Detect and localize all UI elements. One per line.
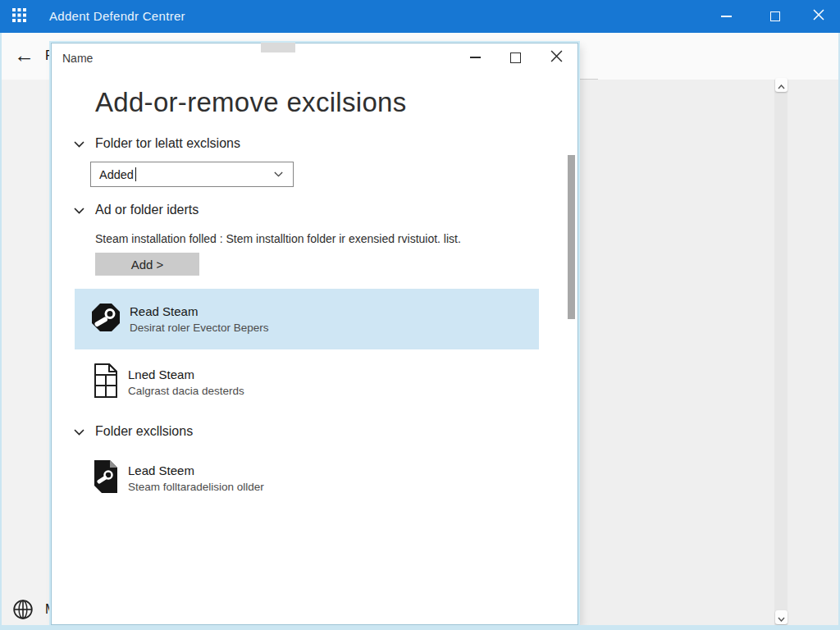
window-frame-left <box>0 33 2 630</box>
chevron-down-icon <box>778 610 785 625</box>
page-title: Add-or-remove excilsions <box>95 87 407 118</box>
background-sidebar <box>0 80 51 630</box>
steam-logo-icon <box>89 301 122 337</box>
section-header-file-types[interactable]: Folder tor lelatt exclsions <box>74 136 240 151</box>
maximize-icon <box>770 11 780 21</box>
text-cursor <box>135 167 136 181</box>
dialog-maximize-button[interactable] <box>499 45 532 70</box>
chevron-up-icon <box>778 78 785 93</box>
window-frame-bottom <box>0 625 840 630</box>
steam-file-icon <box>89 459 121 497</box>
dialog-close-button[interactable] <box>540 45 573 70</box>
list-item-lned-steam[interactable]: Lned Steam Calgrast dacia desterds <box>75 356 539 409</box>
chevron-down-icon <box>74 203 84 217</box>
section-label: Folder excllsions <box>95 424 193 439</box>
item-title: Read Steam <box>130 304 269 318</box>
exclusion-type-combobox[interactable]: Added <box>90 162 294 187</box>
app-minimize-button[interactable] <box>707 0 745 33</box>
app-title: Addent Defendr Centrer <box>49 0 185 33</box>
close-icon <box>550 50 563 66</box>
app-titlebar: Addent Defendr Centrer <box>0 0 840 33</box>
list-item-lead-steem[interactable]: Lead Steem Steam folltaradelision ollder <box>75 452 539 504</box>
chevron-down-icon <box>74 136 84 151</box>
item-subtitle: Desirat roler Evector Bepers <box>130 322 269 334</box>
item-title: Lned Steam <box>128 368 244 381</box>
list-item-read-steam[interactable]: Read Steam Desirat roler Evector Bepers <box>75 289 539 349</box>
section-label: Folder tor lelatt exclsions <box>95 136 240 151</box>
dialog-minimize-button[interactable] <box>459 45 491 70</box>
minimize-icon <box>721 16 732 17</box>
scroll-up-button[interactable] <box>775 78 788 92</box>
minimize-icon <box>470 57 481 58</box>
exclusions-dialog: Name Add-or-remove excilsions Folder tor… <box>51 43 578 625</box>
app-close-button[interactable] <box>800 0 838 33</box>
section-description: Steam installation folled : Stem install… <box>95 232 461 245</box>
globe-icon[interactable] <box>12 599 34 620</box>
back-arrow-icon[interactable]: ← <box>14 43 34 66</box>
chevron-down-icon <box>274 171 283 177</box>
app-menu-button[interactable] <box>11 9 26 24</box>
dialog-title: Name <box>62 52 93 65</box>
add-button[interactable]: Add > <box>95 253 199 276</box>
background-artifact-rect <box>261 43 295 52</box>
dialog-scrollbar-thumb[interactable] <box>568 155 575 319</box>
header-divider-line <box>578 79 598 80</box>
item-title: Lead Steem <box>128 463 264 477</box>
chevron-down-icon <box>74 424 84 439</box>
item-subtitle: Steam folltaradelision ollder <box>128 481 264 493</box>
section-header-add[interactable]: Ad or folder iderts <box>74 203 199 217</box>
item-subtitle: Calgrast dacia desterds <box>128 385 244 397</box>
app-maximize-button[interactable] <box>756 0 794 33</box>
close-icon <box>813 9 824 24</box>
section-header-folders[interactable]: Folder excllsions <box>74 424 193 439</box>
screen: Addent Defendr Centrer ← P M <box>0 0 840 630</box>
scroll-down-button[interactable] <box>775 610 788 624</box>
menu-grid-icon <box>12 8 26 25</box>
main-scrollbar-track[interactable] <box>774 80 788 625</box>
document-grid-icon <box>89 363 121 401</box>
maximize-icon <box>510 52 521 63</box>
combobox-value: Added <box>99 168 134 181</box>
section-label: Ad or folder iderts <box>95 203 199 217</box>
